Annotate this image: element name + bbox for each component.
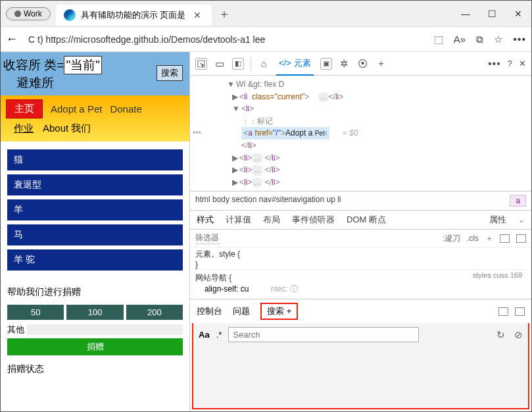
inspect-icon[interactable]	[195, 58, 207, 70]
tab-styles[interactable]: 样式	[197, 214, 214, 226]
profile-icon	[14, 11, 21, 17]
favorite-icon[interactable]: ☆	[494, 34, 502, 45]
donate-status: 捐赠状态	[1, 358, 189, 380]
breadcrumb[interactable]: html body section nav#sitenavigation up …	[190, 191, 531, 211]
bug-icon[interactable]: ✲	[339, 58, 351, 70]
hero-current-box: "当前"	[64, 56, 102, 74]
nav-about[interactable]: About 我们	[43, 122, 91, 135]
drawer-dock-icon[interactable]	[515, 307, 525, 316]
tab-title: 具有辅助功能的演示 页面是	[81, 9, 186, 21]
search-drawer: Aa .* ↻ ⊘	[192, 323, 529, 409]
rendered-page: 收容所 类="当前" 搜索 避难所 主页 Adopt a Pet Donate …	[1, 52, 190, 411]
close-window-button[interactable]: ✕	[505, 4, 531, 24]
drawer-search-tab[interactable]: 搜索 +	[260, 303, 298, 320]
styles-filter[interactable]: 筛选器	[195, 232, 219, 244]
list-item[interactable]: 羊 驼	[7, 249, 183, 270]
regex-icon[interactable]: .*	[216, 330, 222, 340]
nav-work[interactable]: 作业	[14, 122, 34, 135]
refresh-icon[interactable]: ↻	[496, 329, 505, 341]
hero-search[interactable]: 搜索	[157, 65, 183, 81]
donate-heading: 帮助我们进行捐赠	[1, 284, 189, 301]
collections-icon[interactable]: ⧉	[476, 34, 483, 45]
list-item[interactable]: 羊	[7, 199, 183, 220]
app-icon[interactable]: ⬚	[434, 34, 443, 45]
crumb-selected[interactable]: a	[510, 195, 526, 207]
minimize-button[interactable]: —	[452, 4, 479, 24]
style-rule-element[interactable]: 元素。style {	[195, 249, 526, 260]
profile-pill[interactable]: Work	[6, 7, 51, 20]
pin-icon[interactable]	[500, 234, 510, 243]
chevron-down-icon[interactable]: ⌄	[518, 215, 525, 224]
tab-elements[interactable]: </> 元素	[276, 52, 314, 76]
other-amount-input[interactable]	[27, 324, 183, 335]
computed-toggle-icon[interactable]	[516, 234, 526, 243]
app-tab-icon[interactable]: ▣	[320, 58, 332, 70]
nav-adopt[interactable]: Adopt a Pet	[51, 103, 102, 115]
clear-icon[interactable]: ⊘	[514, 329, 523, 341]
back-icon[interactable]: ←	[6, 32, 18, 46]
list-item[interactable]: 马	[7, 224, 183, 245]
list-item[interactable]: 猫	[7, 149, 183, 170]
donate-button[interactable]: 捐赠	[7, 338, 183, 355]
nav-home[interactable]: 主页	[6, 99, 43, 118]
profile-label: Work	[24, 9, 42, 18]
tab-close-icon[interactable]: ✕	[191, 9, 204, 22]
dt-close-icon[interactable]: ✕	[519, 59, 526, 68]
hover-toggle[interactable]: :逡刀	[443, 233, 460, 244]
address-bar[interactable]: C t) https://microsoftedge.github.io/Dem…	[24, 32, 427, 47]
tab-dom-bp[interactable]: DOM 断点	[347, 214, 386, 226]
code-icon: </>	[279, 58, 291, 68]
amount-100[interactable]: 100	[66, 305, 123, 320]
drawer-issues[interactable]: 问题	[233, 305, 250, 317]
match-case-icon[interactable]: Aa	[199, 330, 210, 340]
device-icon[interactable]: ▭	[214, 58, 226, 70]
maximize-button[interactable]: ☐	[479, 4, 505, 24]
more-icon[interactable]: •••	[513, 34, 526, 45]
amount-50[interactable]: 50	[7, 305, 64, 320]
welcome-icon[interactable]: ⌂	[258, 58, 270, 70]
hero-class-text: 类=	[44, 58, 64, 72]
help-icon[interactable]: ?	[508, 59, 512, 68]
hero-text: 收容所	[3, 58, 41, 72]
nav-donate[interactable]: Donate	[110, 103, 141, 115]
tab-computed[interactable]: 计算值	[226, 214, 251, 226]
tab-properties[interactable]: 属性	[489, 214, 506, 226]
edge-icon	[64, 9, 76, 21]
search-input[interactable]	[228, 327, 419, 342]
browser-tab[interactable]: 具有辅助功能的演示 页面是 ✕	[56, 5, 212, 26]
dt-more-icon[interactable]: •••	[488, 58, 501, 70]
style-source[interactable]: styles cuss 169	[473, 271, 522, 279]
list-item[interactable]: 衰退型	[7, 174, 183, 195]
reader-icon[interactable]: A»	[454, 34, 466, 45]
panel-icon[interactable]: ◧	[232, 58, 244, 70]
new-rule-icon[interactable]: ＋	[485, 233, 493, 244]
drawer-console[interactable]: 控制台	[197, 305, 222, 317]
amount-200[interactable]: 200	[126, 305, 183, 320]
drawer-expand-icon[interactable]	[498, 307, 508, 316]
other-label: 其他	[7, 324, 24, 336]
dom-tree[interactable]: ▼WI &gt: flex D ▶<li class="current"> …<…	[190, 76, 531, 191]
new-tab-button[interactable]: ＋	[212, 2, 237, 26]
tab-listeners[interactable]: 事件侦听器	[292, 214, 335, 226]
tab-layout[interactable]: 布局	[263, 214, 280, 226]
cls-toggle[interactable]: .cls	[467, 234, 479, 243]
wifi-icon[interactable]: ⦿	[357, 58, 369, 70]
plus-tab-icon[interactable]: ＋	[375, 58, 387, 70]
